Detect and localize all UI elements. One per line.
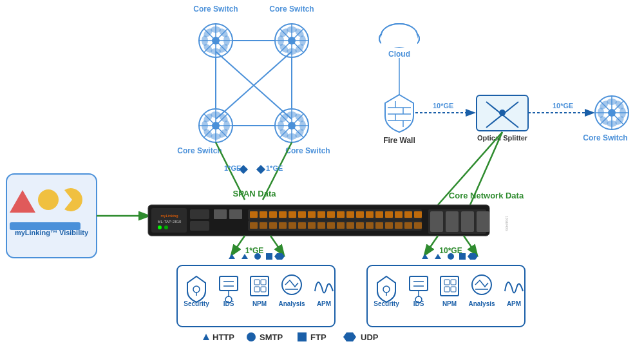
mylinking-label: myLinking™ Visibility bbox=[15, 229, 89, 236]
svg-text:10GE/40G: 10GE/40G bbox=[505, 216, 509, 231]
svg-rect-151 bbox=[414, 211, 422, 218]
svg-text:ML-TAP-2810: ML-TAP-2810 bbox=[158, 220, 182, 224]
svg-rect-156 bbox=[279, 222, 287, 229]
svg-text:1*GE: 1*GE bbox=[224, 164, 241, 172]
svg-text:1*GE: 1*GE bbox=[266, 164, 283, 172]
svg-rect-239 bbox=[298, 332, 307, 341]
svg-rect-183 bbox=[266, 253, 272, 260]
svg-rect-144 bbox=[346, 211, 354, 218]
svg-text:Core Switch: Core Switch bbox=[285, 146, 330, 155]
svg-rect-155 bbox=[269, 222, 277, 229]
svg-rect-158 bbox=[298, 222, 306, 229]
svg-rect-136 bbox=[269, 211, 277, 218]
svg-rect-168 bbox=[395, 222, 402, 229]
svg-rect-172 bbox=[430, 211, 443, 232]
svg-rect-154 bbox=[260, 222, 267, 229]
svg-point-237 bbox=[247, 332, 256, 341]
svg-rect-138 bbox=[289, 211, 296, 218]
svg-text:Analysis: Analysis bbox=[468, 300, 495, 307]
svg-rect-132 bbox=[229, 209, 242, 219]
svg-rect-166 bbox=[375, 222, 383, 229]
svg-text:NPM: NPM bbox=[252, 300, 267, 307]
svg-rect-137 bbox=[279, 211, 287, 218]
svg-marker-235 bbox=[203, 334, 209, 340]
svg-text:SMTP: SMTP bbox=[260, 332, 283, 342]
svg-rect-143 bbox=[337, 211, 345, 218]
svg-rect-145 bbox=[356, 211, 364, 218]
svg-text:HTTP: HTTP bbox=[213, 332, 234, 342]
svg-rect-174 bbox=[461, 211, 474, 232]
svg-rect-160 bbox=[317, 222, 325, 229]
main-diagram: myLinking™ Visibility bbox=[0, 0, 644, 355]
svg-point-101 bbox=[499, 110, 506, 116]
svg-point-127 bbox=[158, 225, 162, 229]
svg-text:Cloud: Cloud bbox=[388, 50, 410, 59]
svg-rect-175 bbox=[477, 211, 489, 232]
svg-rect-169 bbox=[404, 222, 412, 229]
svg-text:myLinking: myLinking bbox=[160, 214, 178, 218]
svg-rect-129 bbox=[190, 209, 209, 219]
svg-rect-0 bbox=[6, 174, 97, 258]
svg-rect-142 bbox=[327, 211, 335, 218]
svg-text:Core Switch: Core Switch bbox=[583, 133, 627, 142]
svg-point-182 bbox=[254, 253, 261, 260]
svg-rect-134 bbox=[250, 211, 258, 218]
svg-text:Fire Wall: Fire Wall bbox=[383, 136, 415, 145]
svg-rect-162 bbox=[337, 222, 345, 229]
svg-text:SPAN Data: SPAN Data bbox=[233, 189, 277, 198]
svg-point-128 bbox=[164, 225, 168, 229]
svg-rect-147 bbox=[375, 211, 383, 218]
svg-point-190 bbox=[448, 253, 454, 260]
svg-rect-153 bbox=[250, 222, 258, 229]
svg-rect-167 bbox=[385, 222, 393, 229]
svg-line-178 bbox=[270, 236, 283, 254]
svg-text:Core Switch: Core Switch bbox=[177, 146, 222, 155]
svg-rect-163 bbox=[346, 222, 354, 229]
svg-text:IDS: IDS bbox=[223, 300, 234, 307]
svg-text:APM: APM bbox=[507, 300, 521, 307]
svg-marker-241 bbox=[343, 332, 356, 341]
svg-marker-180 bbox=[229, 254, 235, 259]
svg-text:Security: Security bbox=[184, 300, 209, 307]
svg-rect-74 bbox=[256, 165, 265, 174]
svg-line-177 bbox=[232, 236, 245, 254]
svg-text:Optical Splitter: Optical Splitter bbox=[477, 134, 528, 142]
svg-rect-157 bbox=[289, 222, 296, 229]
svg-rect-135 bbox=[260, 211, 267, 218]
svg-rect-165 bbox=[366, 222, 374, 229]
svg-text:Core Switch: Core Switch bbox=[193, 5, 238, 14]
svg-rect-146 bbox=[366, 211, 374, 218]
svg-text:IDS: IDS bbox=[413, 300, 424, 307]
svg-rect-159 bbox=[308, 222, 316, 229]
svg-text:APM: APM bbox=[317, 300, 331, 307]
svg-rect-170 bbox=[414, 222, 422, 229]
svg-rect-161 bbox=[327, 222, 335, 229]
svg-point-2 bbox=[38, 189, 59, 210]
svg-rect-130 bbox=[190, 221, 209, 231]
svg-rect-148 bbox=[385, 211, 393, 218]
svg-text:Analysis: Analysis bbox=[278, 300, 305, 307]
svg-rect-173 bbox=[446, 211, 459, 232]
svg-text:Core Switch: Core Switch bbox=[269, 5, 314, 14]
svg-rect-164 bbox=[356, 222, 364, 229]
svg-rect-139 bbox=[298, 211, 306, 218]
svg-text:10*GE: 10*GE bbox=[433, 102, 453, 110]
svg-text:FTP: FTP bbox=[310, 332, 327, 342]
svg-rect-149 bbox=[395, 211, 402, 218]
svg-rect-191 bbox=[459, 253, 466, 260]
svg-marker-188 bbox=[422, 254, 428, 259]
svg-text:NPM: NPM bbox=[442, 300, 457, 307]
svg-text:10*GE: 10*GE bbox=[553, 102, 573, 110]
svg-rect-140 bbox=[308, 211, 316, 218]
svg-rect-85 bbox=[381, 35, 417, 47]
svg-text:1*GE: 1*GE bbox=[245, 246, 264, 255]
svg-rect-150 bbox=[404, 211, 412, 218]
svg-rect-141 bbox=[317, 211, 325, 218]
svg-line-186 bbox=[464, 236, 477, 254]
svg-rect-131 bbox=[214, 209, 227, 219]
svg-text:UDP: UDP bbox=[361, 332, 379, 342]
svg-line-185 bbox=[425, 236, 438, 254]
svg-text:Core Network Data: Core Network Data bbox=[449, 191, 524, 200]
svg-text:Security: Security bbox=[374, 300, 399, 307]
